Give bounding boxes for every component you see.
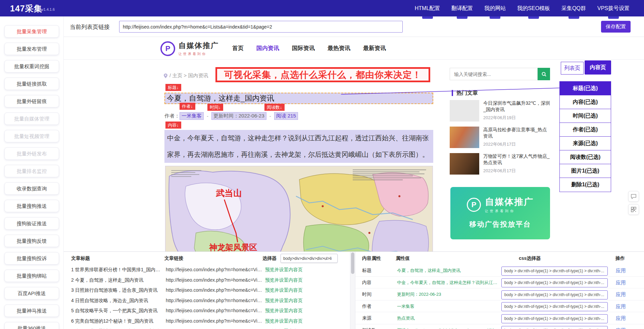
preview-set-content-link[interactable]: 预览并设置内容页 [265,287,303,293]
feedback-button[interactable] [628,191,639,202]
sidebar-item[interactable]: 批量外链发布 [4,147,59,160]
apply-button[interactable]: 应用 [616,280,626,285]
apply-button[interactable]: 应用 [616,315,626,321]
hot-article[interactable]: 高原马拉松参赛注意事项_热点资讯 2022年06月17日 [450,127,550,149]
css-selector-input[interactable]: body > div:nth-of-type(1) > div:nth-of-t… [501,302,608,311]
topbar-nav-item[interactable]: 我的网站 [479,0,511,16]
sidebar-item[interactable]: 批量外链留痕 [4,95,59,107]
site-search-button[interactable] [538,68,550,80]
field-item[interactable]: 来源(已选) [560,137,611,150]
list-scrollbar[interactable] [350,252,355,329]
article-row-title: 4 日照自驾游攻略，海边去_国内资讯 [71,295,164,306]
hot-article-list: 今日深圳市气温飙升32℃，深圳_国内资讯 2022年06月19日 高原马拉松参赛… [450,100,550,180]
attribute-name: 阅读数 [362,324,396,329]
col-article-title: 文章标题 [71,255,90,262]
hot-article-title[interactable]: 万物皆可炸！这7家人气炸物店_热点资讯 [483,153,550,166]
save-config-button[interactable]: 保存配置 [601,21,631,33]
sidebar-item[interactable]: 批量自媒体管理 [4,112,59,125]
preview-set-content-link[interactable]: 预览并设置内容页 [265,308,303,313]
hot-article-date: 2022年06月17日 [483,168,550,174]
time-field-tag[interactable]: 时间↓ [207,104,223,111]
time-value[interactable]: 更新时间：2022-06-23 [211,112,266,120]
author-field-tag[interactable]: 作者↓ [180,103,195,110]
sidebar-item[interactable]: 批量搜狗反馈 [4,235,59,247]
attribute-table-header: 内容属性 属性值 css选择器 操作 [355,252,644,265]
css-selector-input[interactable]: body > div:nth-of-type(1) > div:nth-of-t… [501,314,608,323]
qr-code-button[interactable] [628,204,639,215]
article-row-link: http://feijiseo.com/index.php?m=home&c=V… [166,265,262,275]
css-selector-input[interactable]: body > div:nth-of-type(1) > div:nth-of-t… [501,267,608,276]
css-selector-input[interactable]: body > div:nth-of-type(1) > div:nth-of-t… [501,278,608,287]
scrollbar-thumb[interactable] [351,252,354,274]
topbar-nav-item[interactable]: 翻译配置 [446,0,479,16]
sidebar-item[interactable]: 批量搜狗推送 [4,200,59,212]
sidebar-item[interactable]: 收录数据查询 [4,182,59,195]
field-item[interactable]: 内容(已选) [560,95,611,109]
site-nav-item[interactable]: 最热资讯 [328,44,350,52]
breadcrumb[interactable]: / 主页 > 国内资讯 [164,73,208,79]
hot-article-title[interactable]: 今日深圳市气温飙升32℃，深圳_国内资讯 [483,100,550,113]
hot-article[interactable]: 今日深圳市气温飙升32℃，深圳_国内资讯 2022年06月19日 [450,100,550,123]
site-nav-item[interactable]: 国际资讯 [292,44,315,52]
ad-brand-name: 自媒体推广 [485,196,534,208]
content-field-tag[interactable]: 内容↓ [165,122,181,129]
sidebar-item[interactable]: 搜狗验证推送 [4,217,59,230]
preview-set-content-link[interactable]: 预览并设置内容页 [265,298,303,303]
attribute-table: 内容属性 属性值 css选择器 操作 标题 今夏，自驾游，这样走_国内资讯 bo… [355,252,644,329]
field-item[interactable]: 作者(已选) [560,123,611,137]
preview-set-content-link[interactable]: 预览并设置内容页 [265,267,303,272]
ad-caption: 移动广告投放平台 [450,220,550,229]
reads-value[interactable]: 阅读 215 [274,112,298,120]
sidebar-item[interactable]: 批量搜狗绑站 [4,270,59,282]
sidebar-item[interactable]: 百度API推送 [4,287,59,299]
col-action: 操作 [615,255,625,262]
apply-button[interactable]: 应用 [616,268,626,273]
article-title[interactable]: 今夏，自驾游，这样走_国内资讯 [164,93,433,104]
field-item[interactable]: 删除1(已选) [560,178,611,192]
sidebar-item[interactable]: 批量神马推送 [4,304,59,317]
hot-article[interactable]: 万物皆可炸！这7家人气炸物店_热点资讯 2022年06月17日 [450,153,550,176]
site-nav-item[interactable]: 首页 [232,44,244,52]
ad-banner[interactable]: P 自媒体推广 让世界看到你 移动广告投放平台 [450,187,550,239]
site-nav-item[interactable]: 国内资讯 [256,44,279,52]
apply-button[interactable]: 应用 [616,291,626,297]
apply-button[interactable]: 应用 [616,303,626,309]
sidebar-item[interactable]: 批量360推送 [4,322,59,329]
site-nav-item[interactable]: 最新资讯 [363,44,386,52]
sidebar-item[interactable]: 批量排名监控 [4,165,59,177]
sidebar-item[interactable]: 批量发布管理 [4,43,59,55]
tab-content-page[interactable]: 内容页 [585,60,611,75]
title-field-tag[interactable]: 标题↓ [165,84,181,91]
topbar-nav-item[interactable]: 采集QQ群 [556,0,592,16]
field-item[interactable]: 阅读数(已选) [560,150,611,164]
topbar-nav-item[interactable]: HTML配置 [409,0,446,16]
preview-set-content-link[interactable]: 预览并设置内容页 [265,277,303,283]
site-search-input[interactable] [450,68,538,80]
sidebar-item[interactable]: 批量权重词挖掘 [4,60,59,73]
topbar-nav-item[interactable]: 我的SEO模板 [511,0,556,16]
list-selector-input[interactable] [281,254,338,263]
sidebar-item[interactable]: 批量链接抓取 [4,78,59,90]
tab-list-page[interactable]: 列表页 [561,62,584,75]
attribute-value: 今夏，自驾游，这样走_国内资讯 [397,265,500,277]
list-url-input[interactable] [119,21,403,33]
article-content[interactable]: 中金，今年夏天，自驾游，这种走怎样？说到从江西九江起程，透过江西始兴、往湖南张家… [164,130,433,163]
author-value[interactable]: 一米集客 [180,112,204,120]
field-item[interactable]: 标题(已选) [560,82,611,95]
preview-set-content-link[interactable]: 预览并设置内容页 [265,318,303,324]
hot-article-title[interactable]: 高原马拉松参赛注意事项_热点资讯 [483,127,550,139]
topbar-nav-item[interactable]: VPS拨号设置 [592,0,635,16]
apply-button[interactable]: 应用 [616,327,626,329]
field-item[interactable]: 时间(已选) [560,109,611,123]
css-selector-input[interactable]: body > div:nth-of-type(1) > div:nth-of-t… [501,290,608,299]
sidebar-item[interactable]: 批量短视频管理 [4,130,59,142]
meta-separator: - [269,113,271,119]
app-logo: 147采集 [10,3,43,14]
sidebar-item[interactable]: 批量采集管理 [4,25,59,38]
reads-field-tag[interactable]: 阅读数↓ [264,104,285,111]
article-map-image[interactable]: 武当山 神龙架风景区 [165,166,433,251]
field-item[interactable]: 图片1(已选) [560,164,611,178]
article-row-title: 5 自驾攻略平头哥，一个把真实_国内资讯 [71,306,164,316]
css-selector-input[interactable]: body > div:nth-of-type(1) > div:nth-of-t… [501,326,608,329]
sidebar-item[interactable]: 批量搜狗投诉 [4,252,59,265]
